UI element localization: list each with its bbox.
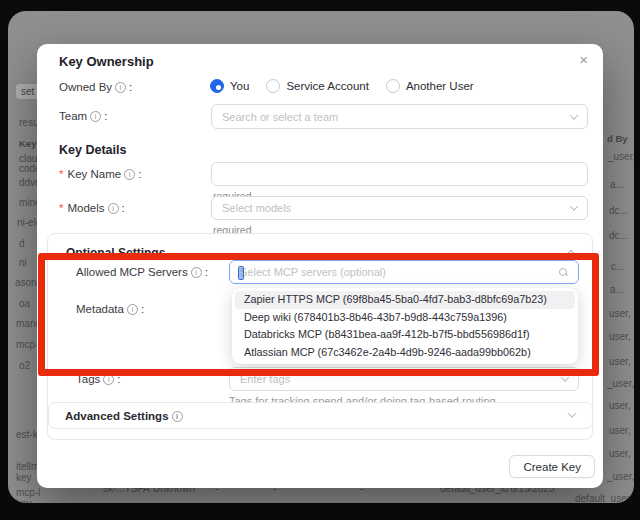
chevron-down-icon <box>570 202 578 210</box>
tags-input[interactable]: Enter tags <box>229 367 579 391</box>
info-icon: i <box>124 169 135 180</box>
required-star: * <box>59 168 63 180</box>
modal-title: Key Ownership <box>59 54 154 69</box>
models-label-text: Models <box>67 202 104 214</box>
bg-fragment: _user, <box>608 151 634 162</box>
advanced-settings-heading-text: Advanced Settings <box>65 410 169 422</box>
tags-label: Tags i : <box>76 373 121 385</box>
radio-another-user[interactable]: Another User <box>386 79 474 93</box>
info-icon: i <box>108 203 119 214</box>
models-placeholder: Select models <box>222 202 571 214</box>
optional-settings-heading[interactable]: Optional Settings <box>66 246 165 260</box>
bg-fragment: user, <box>609 425 631 436</box>
colon: : <box>117 373 120 385</box>
key-name-input[interactable] <box>211 162 588 186</box>
colon: : <box>104 110 107 122</box>
radio-label: Service Account <box>286 80 368 92</box>
radio-dot-icon <box>210 79 224 93</box>
colon: : <box>205 266 208 278</box>
required-star: * <box>59 202 63 214</box>
radio-you[interactable]: You <box>210 79 249 93</box>
key-name-label: * Key Name i : <box>59 168 141 180</box>
team-placeholder: Search or select a team <box>222 111 571 123</box>
radio-dot-icon <box>386 79 400 93</box>
models-label: * Models i : <box>59 202 125 214</box>
radio-label: You <box>230 80 249 92</box>
bg-fragment: dc... <box>609 230 628 241</box>
mcp-option-databricks[interactable]: Databricks MCP (b8431bea-aa9f-412b-b7f5-… <box>235 326 575 344</box>
info-icon: i <box>172 411 183 422</box>
owned-by-label-text: Owned By <box>59 81 112 93</box>
mcp-servers-input[interactable]: Select MCP servers (optional) <box>229 260 579 284</box>
tags-label-text: Tags <box>76 373 100 385</box>
owned-by-label: Owned By i : <box>59 81 132 93</box>
bg-fragment: ni <box>19 257 27 268</box>
bg-fragment: user, <box>609 356 631 367</box>
mcp-servers-label-text: Allowed MCP Servers <box>76 266 188 278</box>
bg-fragment: d <box>19 238 25 249</box>
advanced-settings-card[interactable]: Advanced Settings i <box>48 402 593 429</box>
search-icon <box>559 268 568 277</box>
owned-by-radio-group: You Service Account Another User <box>210 79 474 93</box>
bg-fragment: oa <box>19 298 30 309</box>
bg-fragment: est-k <box>16 429 38 440</box>
mcp-option-deep-wiki[interactable]: Deep wiki (678401b3-8b46-43b7-b9d8-443c7… <box>235 309 575 327</box>
bg-fragment: user, <box>609 308 631 319</box>
radio-label: Another User <box>406 80 474 92</box>
bg-fragment: _user, <box>607 378 634 389</box>
bg-fragment: c... <box>611 261 624 272</box>
bg-fragment: key <box>16 472 32 483</box>
mcp-servers-dropdown: Zapier HTTPS MCP (69f8ba45-5ba0-4fd7-bab… <box>232 288 578 364</box>
colon: : <box>141 303 144 315</box>
colon: : <box>138 168 141 180</box>
info-icon: i <box>127 304 138 315</box>
bg-fragment: a... <box>610 284 624 295</box>
metadata-label: Metadata i : <box>76 303 144 315</box>
bg-fragment: _user, <box>607 471 634 482</box>
colon: : <box>122 202 125 214</box>
chevron-up-icon[interactable] <box>567 250 575 258</box>
radio-service-account[interactable]: Service Account <box>266 79 368 93</box>
bg-table-cell: default_user, <box>575 493 632 503</box>
bg-fragment: key <box>16 498 32 503</box>
text-caret <box>238 266 244 280</box>
key-name-label-text: Key Name <box>67 168 121 180</box>
metadata-label-text: Metadata <box>76 303 124 315</box>
chevron-down-icon <box>561 373 569 381</box>
bg-fragment: user, <box>609 331 631 342</box>
bg-fragment: mcp-l <box>16 487 40 498</box>
team-select[interactable]: Search or select a team <box>211 104 588 129</box>
radio-dot-icon <box>266 79 280 93</box>
bg-fragment: user, <box>609 448 631 459</box>
create-key-modal: Key Ownership × Owned By i : You Service… <box>37 44 603 488</box>
create-key-button[interactable]: Create Key <box>509 455 595 478</box>
bg-fragment: o2 <box>19 360 30 371</box>
mcp-servers-placeholder: Select MCP servers (optional) <box>240 266 559 278</box>
advanced-settings-heading: Advanced Settings i <box>65 410 183 422</box>
tags-placeholder: Enter tags <box>240 373 562 385</box>
colon: : <box>129 81 132 93</box>
info-icon: i <box>90 111 101 122</box>
bg-fragment: dc... <box>609 205 628 216</box>
mcp-option-zapier[interactable]: Zapier HTTPS MCP (69f8ba45-5ba0-4fd7-bab… <box>235 291 575 309</box>
info-icon: i <box>115 82 126 93</box>
bg-fragment: user, <box>609 400 631 411</box>
bg-fragment: a... <box>610 179 624 190</box>
team-label-text: Team <box>59 110 87 122</box>
key-details-heading: Key Details <box>59 143 126 157</box>
mcp-servers-label: Allowed MCP Servers i : <box>76 266 208 278</box>
info-icon: i <box>103 374 114 385</box>
team-label: Team i : <box>59 110 107 122</box>
bg-column-header-fragment: d By <box>607 133 628 144</box>
screenshot-frame: set F result Key A claude code- ddvd min… <box>0 0 640 520</box>
chevron-down-icon <box>568 409 576 417</box>
chevron-down-icon <box>570 111 578 119</box>
mcp-option-atlassian[interactable]: Atlassian MCP (67c3462e-2a4b-4d9b-9246-a… <box>235 344 575 362</box>
models-select[interactable]: Select models <box>211 196 588 220</box>
info-icon: i <box>191 267 202 278</box>
close-icon[interactable]: × <box>579 52 588 67</box>
